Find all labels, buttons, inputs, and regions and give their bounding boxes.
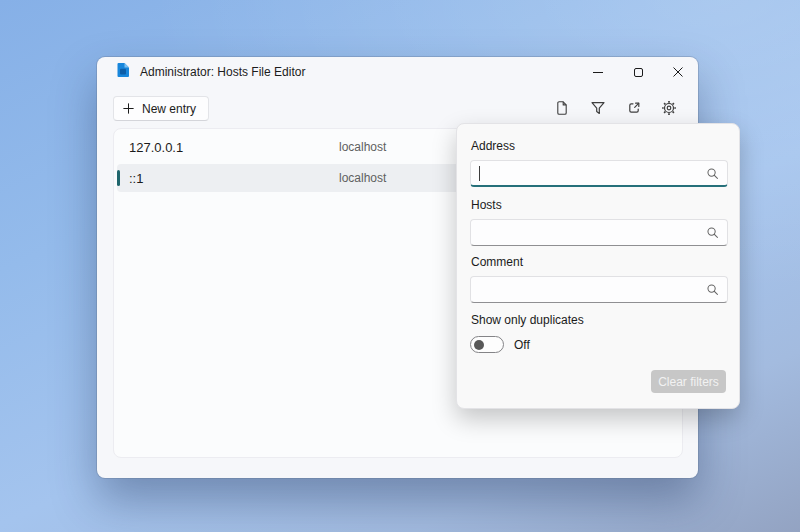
open-external-icon xyxy=(626,100,642,116)
hosts-field xyxy=(470,219,728,246)
clear-filters-button[interactable]: Clear filters xyxy=(651,370,726,393)
entry-hosts: localhost xyxy=(339,171,386,185)
file-icon xyxy=(554,100,570,116)
maximize-button[interactable] xyxy=(618,57,658,87)
filter-icon xyxy=(590,100,606,116)
minimize-icon xyxy=(593,72,603,73)
duplicates-toggle[interactable] xyxy=(470,336,504,353)
plus-icon xyxy=(122,102,135,115)
comment-label: Comment xyxy=(471,255,523,269)
open-external-button[interactable] xyxy=(626,100,642,116)
new-entry-label: New entry xyxy=(142,102,196,116)
toggle-state-label: Off xyxy=(514,338,530,352)
settings-gear-icon xyxy=(661,100,677,116)
text-caret xyxy=(479,166,480,181)
selection-indicator xyxy=(117,170,120,186)
address-field xyxy=(470,160,728,187)
comment-field xyxy=(470,276,728,303)
comment-input[interactable] xyxy=(470,276,728,303)
window-title: Administrator: Hosts File Editor xyxy=(140,65,305,79)
close-icon xyxy=(673,67,683,77)
entry-address: ::1 xyxy=(129,171,143,186)
file-button[interactable] xyxy=(554,100,570,116)
titlebar[interactable]: Administrator: Hosts File Editor xyxy=(97,57,698,90)
desktop: Administrator: Hosts File Editor xyxy=(0,0,800,532)
hosts-label: Hosts xyxy=(471,198,502,212)
filter-flyout: Address Hosts Comment xyxy=(456,123,740,409)
new-entry-button[interactable]: New entry xyxy=(113,96,209,121)
settings-button[interactable] xyxy=(661,100,677,116)
filter-button[interactable] xyxy=(590,100,606,116)
window-controls xyxy=(578,57,698,87)
close-button[interactable] xyxy=(658,57,698,87)
minimize-button[interactable] xyxy=(578,57,618,87)
address-input[interactable] xyxy=(470,160,728,187)
app-icon xyxy=(115,62,131,78)
duplicates-label: Show only duplicates xyxy=(471,313,584,327)
entry-address: 127.0.0.1 xyxy=(129,139,183,154)
entry-hosts: localhost xyxy=(339,140,386,154)
toggle-knob xyxy=(474,340,484,350)
address-label: Address xyxy=(471,139,515,153)
hosts-input[interactable] xyxy=(470,219,728,246)
maximize-icon xyxy=(634,68,643,77)
